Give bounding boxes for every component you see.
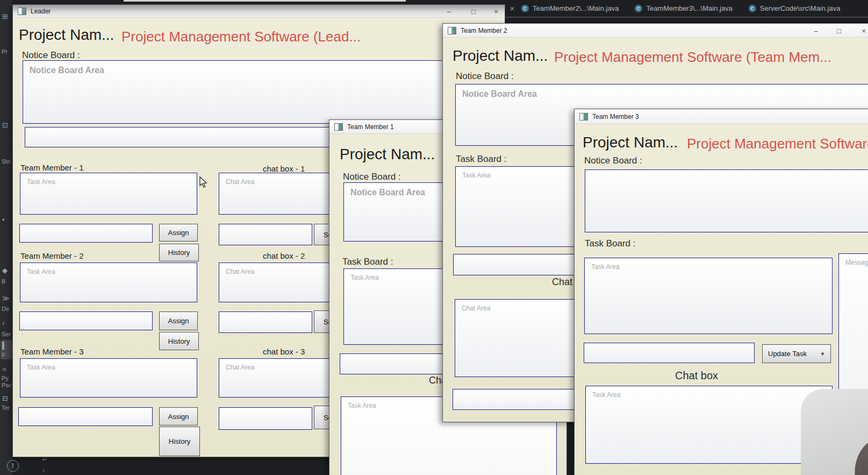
app-title: Project Management Software (Lead...: [121, 29, 361, 45]
person-silhouette: [840, 422, 868, 475]
python-packages-icon[interactable]: ≈: [2, 366, 12, 373]
member-3-label: Team Member - 3: [20, 347, 84, 356]
tm2-title-bar[interactable]: Team Member 2: [443, 24, 868, 38]
window-icon: [18, 8, 26, 15]
dropdown-arrow-icon: ▼: [820, 351, 825, 357]
scroll-down-icon[interactable]: ↓: [42, 467, 45, 473]
tm3-title-bar[interactable]: Team Member 3: [575, 109, 868, 124]
maximize-button[interactable]: □: [833, 26, 845, 36]
window-title: Team Member 2: [461, 27, 507, 34]
sidebar-item-python[interactable]: Py: [2, 375, 12, 381]
chat-box-label: Chat box: [675, 370, 718, 382]
assign-button-3[interactable]: Assign: [159, 407, 198, 426]
tab-bar-underline: [505, 17, 868, 18]
bookmarks-tool-icon[interactable]: ◆: [2, 267, 12, 274]
sidebar-item-debug[interactable]: De: [2, 306, 12, 312]
mouse-cursor: [199, 176, 208, 190]
app-title: Project Management Software (Team Mem...: [554, 49, 831, 66]
history-button-2[interactable]: History: [159, 332, 199, 350]
notice-board-area[interactable]: [585, 169, 868, 232]
app-title: Project Management Software (Team Mem...: [687, 136, 868, 152]
editor-tab-bar: × C TeamMember2\...\Main.java C TeamMemb…: [505, 0, 868, 17]
tab-label: TeamMember3\...\Main.java: [646, 4, 732, 12]
task-board-label: Task Board :: [585, 238, 636, 249]
minimize-button[interactable]: –: [443, 6, 455, 17]
services-tool-icon[interactable]: ‹: [2, 320, 12, 327]
maximize-button[interactable]: □: [468, 6, 479, 17]
sidebar-item-structure[interactable]: Stri: [2, 158, 12, 165]
task-input-member-2[interactable]: [19, 311, 153, 330]
problems-icon[interactable]: !: [7, 460, 19, 472]
window-icon: [579, 113, 588, 120]
task-area-member-3[interactable]: [20, 358, 197, 398]
chat-input-2[interactable]: [219, 311, 312, 333]
task-board-label: Task Board :: [342, 257, 393, 267]
tab-label: TeamMember2\...\Main.java: [533, 4, 619, 12]
task-board-area[interactable]: [584, 258, 833, 334]
java-class-icon: C: [521, 5, 529, 12]
editor-tab-teammember2[interactable]: C TeamMember2\...\Main.java: [519, 1, 633, 17]
webcam-overlay: [801, 389, 868, 475]
member-2-label: Team Member - 2: [20, 251, 84, 260]
chat-input-1[interactable]: [219, 224, 312, 245]
chatbox-1-label: chat box - 1: [263, 164, 305, 173]
notice-board-label: Notice Board :: [584, 155, 642, 166]
background-window-edge: [124, 0, 406, 2]
terminal-tool-icon[interactable]: ⊟: [2, 395, 12, 402]
sidebar-item-bookmarks[interactable]: B: [2, 278, 12, 285]
editor-tab-teammember3[interactable]: C TeamMember3\...\Main.java: [633, 1, 746, 17]
member-1-label: Team Member - 1: [20, 163, 84, 172]
find-tool-icon[interactable]: ▍: [2, 342, 12, 350]
project-name-label: Project Nam...: [453, 47, 548, 65]
project-tool-icon[interactable]: ⊞: [2, 13, 12, 20]
window-title: Leader: [31, 8, 51, 15]
assign-button-1[interactable]: Assign: [159, 224, 198, 242]
history-button-1[interactable]: History: [159, 244, 199, 261]
notice-board-area[interactable]: [23, 60, 493, 124]
close-button[interactable]: ×: [858, 26, 868, 36]
task-area-member-2[interactable]: [20, 263, 197, 302]
project-name-label: Project Nam...: [19, 26, 114, 44]
project-name-label: Project Nam...: [583, 134, 678, 151]
window-title: Team Member 1: [347, 123, 394, 131]
editor-tab-servercode[interactable]: C ServerCode\src\Main.java: [747, 1, 855, 17]
ide-tool-window-strip: ⊞ Pr ⊡ Stri • ◆ B ≫ De ‹ Ser ▍ F ≈ Py Pa…: [0, 0, 12, 475]
update-task-label: Update Task: [768, 350, 807, 358]
task-input-member-3[interactable]: [18, 407, 153, 426]
window-icon: [334, 123, 343, 131]
task-board-label: Task Board :: [456, 154, 507, 165]
tab-label: ServerCode\src\Main.java: [760, 4, 841, 12]
leader-title-bar[interactable]: Leader: [13, 5, 505, 18]
chatbox-2-label: chat box - 2: [263, 251, 305, 260]
update-task-dropdown[interactable]: Update Task ▼: [762, 344, 831, 363]
debug-tool-icon[interactable]: ≫: [2, 295, 12, 302]
notice-board-label: Notice Board :: [343, 172, 401, 182]
java-class-icon: C: [635, 5, 642, 12]
sidebar-item-services[interactable]: Ser: [2, 331, 12, 337]
task-input-member-1[interactable]: [19, 224, 153, 243]
notice-board-label: Notice Board :: [22, 50, 80, 61]
structure-tool-icon[interactable]: ⊡: [2, 122, 12, 129]
window-title: Team Member 3: [592, 113, 639, 120]
sidebar-item-find[interactable]: F: [2, 352, 12, 358]
assign-button-2[interactable]: Assign: [159, 311, 198, 330]
chatbox-3-label: chat box - 3: [263, 347, 305, 356]
notice-board-label: Notice Board :: [456, 71, 514, 82]
project-name-label: Project Nam...: [340, 146, 435, 163]
history-button-3[interactable]: History: [159, 427, 200, 456]
close-button[interactable]: ×: [490, 6, 502, 17]
window-icon: [448, 27, 456, 34]
tab-close-icon[interactable]: ×: [505, 4, 519, 13]
java-class-icon: C: [749, 5, 756, 12]
minimize-button[interactable]: –: [810, 26, 822, 36]
screen: { "ide": { "tabs": [ {"icon": "C", "labe…: [0, 0, 868, 475]
sidebar-item-project[interactable]: Pr: [2, 48, 12, 55]
chat-input-3[interactable]: [219, 407, 312, 430]
task-update-input[interactable]: [584, 343, 755, 363]
sidebar-item-terminal[interactable]: Ter: [2, 405, 12, 411]
sidebar-item-packages[interactable]: Pac: [2, 382, 12, 388]
chat-box-area[interactable]: [585, 386, 833, 464]
sidebar-dot-icon: •: [2, 216, 12, 224]
task-area-member-1[interactable]: [20, 173, 197, 215]
